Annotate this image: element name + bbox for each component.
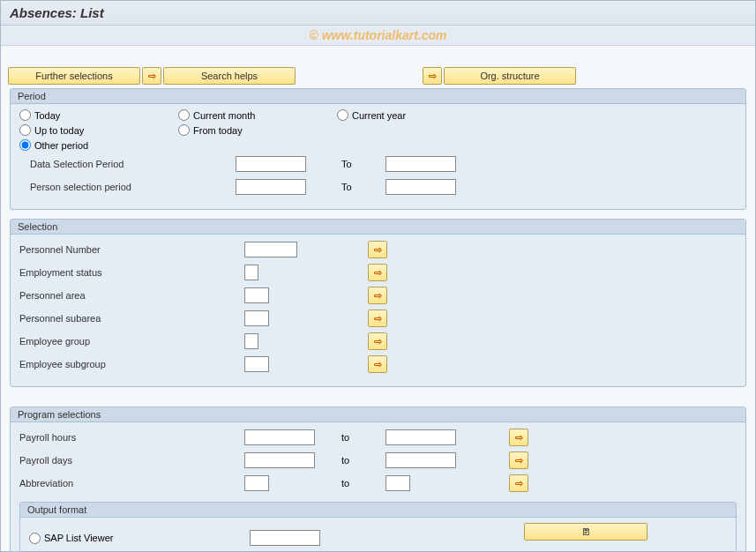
search-helps-button[interactable]: Search helps: [163, 67, 296, 85]
period-current-year-radio[interactable]: [337, 109, 348, 121]
to-label-5: to: [341, 478, 385, 489]
sap-list-viewer-label[interactable]: SAP List Viewer: [44, 533, 113, 543]
payroll-days-label: Payroll days: [19, 455, 244, 466]
to-label: To: [341, 159, 385, 169]
employee-subgroup-input[interactable]: [244, 356, 269, 372]
period-from-today-radio[interactable]: [178, 124, 190, 136]
period-other-period-label[interactable]: Other period: [34, 140, 88, 151]
output-layout-button[interactable]: 🖹: [524, 523, 647, 541]
selection-group: Selection Personnel Number ⇨ Employment …: [10, 219, 746, 387]
employment-status-label: Employment status: [19, 267, 244, 278]
personnel-area-label: Personnel area: [19, 290, 244, 301]
output-format-title: Output format: [20, 503, 736, 518]
period-from-today-label[interactable]: From today: [193, 125, 243, 136]
period-group-title: Period: [11, 89, 745, 104]
person-selection-period-label: Person selection period: [19, 182, 236, 192]
payroll-hours-label: Payroll hours: [19, 432, 244, 443]
person-selection-from-input[interactable]: [236, 179, 306, 195]
program-selections-title: Program selections: [11, 407, 745, 422]
period-up-to-today-label[interactable]: Up to today: [34, 125, 84, 136]
output-format-group: Output format SAP List Viewer 🖹: [19, 502, 737, 552]
search-helps-arrow-button[interactable]: ⇨: [142, 67, 161, 85]
page-title: Absences: List: [10, 5, 746, 20]
to-label-4: to: [341, 455, 385, 466]
personnel-number-mult-button[interactable]: ⇨: [368, 241, 387, 258]
org-structure-button[interactable]: Org. structure: [444, 67, 576, 85]
personnel-subarea-input[interactable]: [244, 310, 269, 326]
layout-icon: 🖹: [581, 526, 591, 537]
personnel-number-input[interactable]: [244, 242, 297, 257]
period-up-to-today-radio[interactable]: [19, 124, 31, 136]
abbreviation-to-input[interactable]: [385, 475, 410, 491]
employee-subgroup-label: Employee subgroup: [19, 359, 244, 369]
period-current-month-radio[interactable]: [178, 109, 190, 121]
period-current-year-label[interactable]: Current year: [352, 110, 406, 121]
payroll-days-to-input[interactable]: [385, 452, 456, 468]
org-structure-arrow-button[interactable]: ⇨: [423, 67, 442, 85]
data-selection-to-input[interactable]: [385, 156, 456, 172]
employee-group-input[interactable]: [244, 333, 258, 349]
personnel-area-mult-button[interactable]: ⇨: [368, 287, 387, 304]
further-selections-button[interactable]: Further selections: [8, 67, 140, 85]
sap-list-viewer-radio[interactable]: [29, 533, 41, 544]
personnel-number-label: Personnel Number: [19, 244, 244, 255]
employee-subgroup-mult-button[interactable]: ⇨: [368, 355, 387, 373]
payroll-hours-mult-button[interactable]: ⇨: [509, 429, 528, 446]
abbreviation-label: Abbreviation: [19, 478, 244, 489]
abbreviation-from-input[interactable]: [244, 475, 269, 491]
program-selections-group: Program selections Payroll hours to ⇨ Pa…: [10, 407, 746, 552]
personnel-subarea-label: Personnel subarea: [19, 313, 244, 324]
employment-status-input[interactable]: [244, 265, 258, 280]
payroll-hours-to-input[interactable]: [385, 429, 456, 445]
personnel-subarea-mult-button[interactable]: ⇨: [368, 310, 387, 327]
data-selection-period-label: Data Selection Period: [19, 159, 236, 169]
period-today-label[interactable]: Today: [34, 110, 60, 121]
employee-group-label: Employee group: [19, 336, 244, 347]
to-label-3: to: [341, 432, 385, 443]
period-current-month-label[interactable]: Current month: [193, 110, 255, 121]
to-label-2: To: [341, 182, 385, 192]
period-group: Period Today Current month Current year: [10, 88, 746, 210]
person-selection-to-input[interactable]: [385, 179, 456, 195]
data-selection-from-input[interactable]: [236, 156, 306, 172]
period-other-period-radio[interactable]: [19, 139, 31, 151]
toolbar: Further selections ⇨ Search helps ⇨ Org.…: [1, 63, 755, 88]
period-today-radio[interactable]: [19, 109, 31, 121]
selection-group-title: Selection: [11, 220, 745, 235]
employment-status-mult-button[interactable]: ⇨: [368, 264, 387, 281]
abbreviation-mult-button[interactable]: ⇨: [509, 474, 528, 492]
sap-list-viewer-input[interactable]: [250, 530, 320, 546]
watermark-text: © www.tutorialkart.com: [1, 26, 755, 46]
payroll-days-mult-button[interactable]: ⇨: [509, 451, 528, 469]
payroll-days-from-input[interactable]: [244, 452, 315, 468]
employee-group-mult-button[interactable]: ⇨: [368, 332, 387, 350]
payroll-hours-from-input[interactable]: [244, 429, 315, 445]
personnel-area-input[interactable]: [244, 287, 269, 303]
